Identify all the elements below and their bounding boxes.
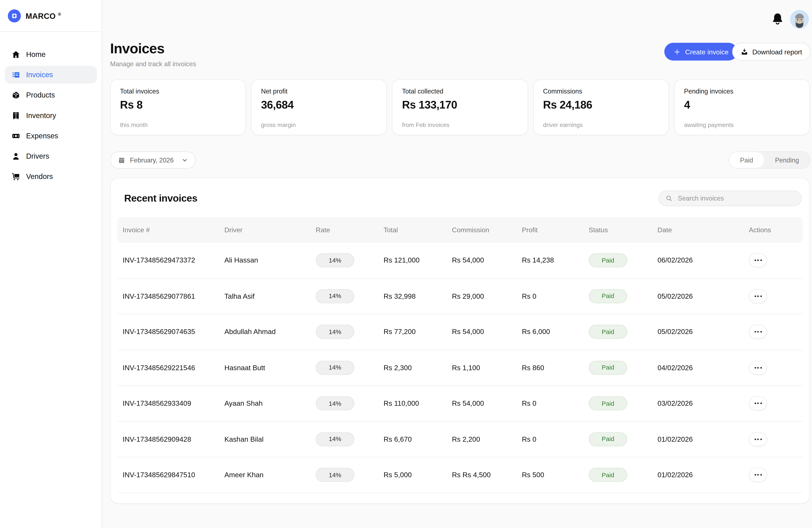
row-actions-button[interactable]: [749, 254, 767, 268]
driver-cell: Ayaan Shah: [224, 400, 316, 408]
page-title: Invoices: [110, 41, 196, 57]
status-badge: Paid: [589, 396, 627, 411]
status-badge: Paid: [589, 254, 627, 268]
sidebar-item-label: Drivers: [26, 152, 49, 160]
toggle-paid[interactable]: Paid: [729, 152, 764, 168]
status-cell: Paid: [589, 468, 658, 482]
column-header-total: Total: [383, 226, 452, 234]
sidebar-item-label: Expenses: [26, 132, 58, 140]
rate-badge: 14%: [316, 289, 354, 303]
sidebar-item-drivers[interactable]: Drivers: [5, 147, 97, 165]
row-actions-button[interactable]: [749, 432, 767, 446]
toggle-pending[interactable]: Pending: [764, 152, 810, 168]
invoice-cell: INV-173485629221546: [122, 364, 224, 372]
status-badge: Paid: [589, 468, 627, 482]
sidebar-item-invoices[interactable]: Invoices: [5, 66, 97, 84]
driver-cell: Abdullah Ahmad: [224, 328, 316, 336]
search-input[interactable]: [677, 194, 795, 202]
brand-name: MARCO ®: [26, 9, 61, 20]
ellipsis-icon: [754, 367, 756, 368]
commission-cell: Rs 29,000: [452, 292, 522, 300]
sidebar-item-label: Inventory: [26, 111, 56, 119]
ellipsis-icon: [760, 474, 762, 475]
rate-cell: 14%: [316, 254, 383, 268]
table-title: Recent invoices: [124, 192, 197, 204]
column-header-profit: Profit: [522, 226, 589, 234]
date-cell: 06/02/2026: [658, 256, 749, 264]
banknote-icon: [11, 131, 20, 140]
stat-label: Commissions: [543, 88, 659, 95]
ellipsis-icon: [754, 438, 756, 440]
total-cell: Rs 2,300: [383, 364, 452, 372]
column-header-rate: Rate: [316, 226, 383, 234]
date-cell: 01/02/2026: [658, 436, 749, 443]
sidebar-item-products[interactable]: Products: [5, 86, 97, 104]
row-actions-button[interactable]: [749, 468, 767, 482]
create-invoice-button[interactable]: Create invoice: [664, 43, 737, 60]
table-row: INV-173485629074635Abdullah Ahmad14%Rs 7…: [117, 314, 802, 350]
notifications-bell-button[interactable]: [771, 12, 784, 26]
total-cell: Rs 121,000: [383, 256, 452, 264]
sidebar-nav: Home Invoices Products Inventory: [0, 32, 102, 186]
stat-note: driver earnings: [543, 122, 583, 128]
search-icon: [665, 195, 673, 202]
sidebar-item-vendors[interactable]: Vendors: [5, 168, 97, 185]
ellipsis-icon: [757, 295, 759, 297]
column-header-date: Date: [658, 226, 749, 234]
table-toolbar: Recent invoices: [117, 178, 802, 217]
column-header-status: Status: [589, 226, 658, 234]
stat-value: 36,684: [261, 99, 377, 111]
status-badge: Paid: [589, 325, 627, 339]
status-cell: Paid: [589, 361, 658, 375]
rate-badge: 14%: [316, 361, 354, 375]
sidebar-item-expenses[interactable]: Expenses: [5, 127, 97, 145]
status-cell: Paid: [589, 254, 658, 268]
stat-note: from Feb invoices: [402, 122, 449, 128]
plus-icon: [673, 48, 681, 56]
package-icon: [11, 90, 20, 99]
table-row: INV-17348562933409Ayaan Shah14%Rs 110,00…: [117, 386, 802, 422]
status-badge: Paid: [589, 289, 627, 303]
table-row: INV-173485629473372Ali Hassan14%Rs 121,0…: [117, 243, 802, 279]
rate-cell: 14%: [316, 396, 383, 411]
row-actions-button[interactable]: [749, 325, 767, 339]
row-actions-button[interactable]: [749, 396, 767, 411]
profit-cell: Rs 0: [522, 400, 589, 408]
date-cell: 01/02/2026: [658, 471, 749, 479]
stat-label: Pending invoices: [684, 88, 800, 95]
stat-value: Rs 24,186: [543, 99, 659, 111]
row-actions-button[interactable]: [749, 289, 767, 303]
profit-cell: Rs 0: [522, 292, 589, 300]
actions-cell: [749, 361, 797, 375]
commission-cell: Rs 2,200: [452, 436, 522, 443]
stat-value: 4: [684, 99, 800, 111]
table-row: INV-173485629221546Hasnaat Butt14%Rs 2,3…: [117, 350, 802, 386]
month-label: February, 2026: [130, 156, 174, 164]
status-badge: Paid: [589, 432, 627, 446]
table-row: INV-173485629847510Ameer Khan14%Rs 5,000…: [117, 457, 802, 493]
actions-cell: [749, 325, 797, 339]
sidebar-item-home[interactable]: Home: [5, 45, 97, 63]
ellipsis-icon: [757, 402, 759, 404]
stat-card-commissions: Commissions Rs 24,186 driver earnings: [533, 79, 669, 135]
chevron-down-icon: [182, 157, 188, 163]
user-avatar[interactable]: [790, 10, 809, 29]
month-picker[interactable]: February, 2026: [110, 152, 195, 169]
sidebar-item-inventory[interactable]: Inventory: [5, 106, 97, 124]
stat-card-total-invoices: Total invoices Rs 8 this month: [110, 79, 246, 135]
date-cell: 03/02/2026: [658, 400, 749, 408]
table-row: INV-17348562909428Kashan Bilal14%Rs 6,67…: [117, 422, 802, 457]
rate-cell: 14%: [316, 361, 383, 375]
driver-cell: Ali Hassan: [224, 256, 316, 264]
ellipsis-icon: [754, 474, 756, 475]
download-report-button[interactable]: Download report: [732, 43, 810, 60]
invoice-cell: INV-173485629074635: [122, 328, 224, 336]
profit-cell: Rs 500: [522, 471, 589, 479]
total-cell: Rs 77,200: [383, 328, 452, 336]
row-actions-button[interactable]: [749, 361, 767, 375]
profit-cell: Rs 6,000: [522, 328, 589, 336]
stat-note: awaiting payments: [684, 122, 734, 128]
status-cell: Paid: [589, 396, 658, 411]
rate-badge: 14%: [316, 468, 354, 482]
search-box: [658, 190, 801, 206]
